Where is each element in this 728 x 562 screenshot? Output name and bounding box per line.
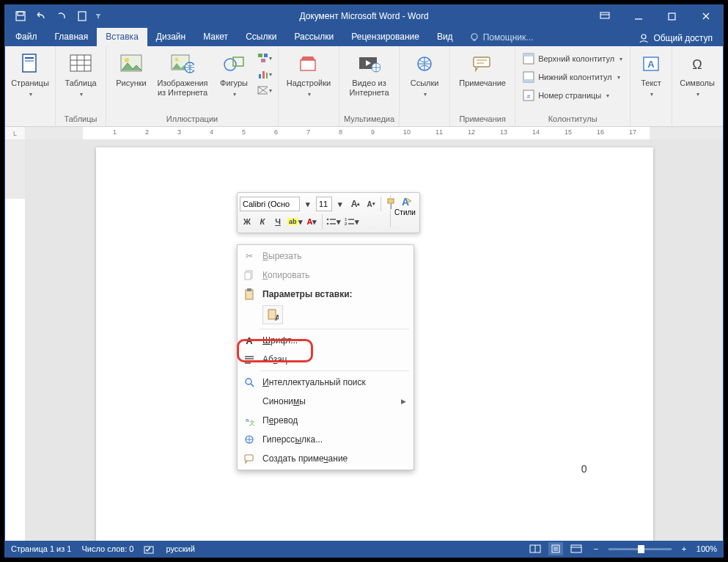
- bullets-button[interactable]: ▾: [325, 214, 342, 229]
- header-icon: [523, 53, 534, 65]
- textbox-icon: A: [639, 52, 663, 76]
- svg-rect-46: [245, 272, 251, 280]
- svg-point-5: [471, 34, 477, 40]
- ruler-horizontal[interactable]: L /*generated nums below*/ 1234567891011…: [5, 127, 723, 140]
- tab-file[interactable]: Файл: [7, 28, 46, 46]
- ctx-new-comment[interactable]: Создать примечание: [238, 449, 413, 468]
- svg-rect-55: [245, 455, 253, 461]
- pictures-button[interactable]: Рисунки: [111, 49, 152, 91]
- comments-caption: Примечания: [459, 113, 506, 125]
- ribbon-tabs: Файл Главная Вставка Дизайн Макет Ссылки…: [5, 27, 723, 46]
- svg-rect-48: [247, 288, 251, 291]
- font-size-field[interactable]: 11: [316, 197, 332, 211]
- save-button[interactable]: [11, 7, 30, 26]
- group-comments: Примечание Примечания: [450, 46, 515, 126]
- share-button[interactable]: Общий доступ: [628, 30, 723, 46]
- ctx-font[interactable]: A Шрифт...: [238, 331, 413, 350]
- ctx-translate[interactable]: a文 Перевод: [238, 411, 413, 430]
- qat-customize[interactable]: [93, 7, 103, 26]
- tab-review[interactable]: Рецензирование: [342, 28, 428, 46]
- styles-button[interactable]: A Стили: [390, 195, 416, 227]
- zoom-out-button[interactable]: −: [589, 542, 603, 555]
- online-pictures-button[interactable]: Изображения из Интернета: [153, 49, 212, 100]
- minimize-button[interactable]: [622, 5, 655, 27]
- highlight-button[interactable]: ab▾: [286, 214, 304, 229]
- ctx-paragraph[interactable]: Абзац...: [238, 350, 413, 369]
- view-read-button[interactable]: [528, 542, 543, 555]
- new-comment-icon: [242, 453, 257, 464]
- screenshot-button[interactable]: [257, 83, 272, 98]
- shrink-font-button[interactable]: A▾: [364, 197, 378, 211]
- symbols-button[interactable]: Ω Символы: [677, 49, 718, 101]
- group-links: Ссылки .: [400, 46, 450, 126]
- italic-button[interactable]: К: [255, 214, 270, 229]
- tab-layout[interactable]: Макет: [194, 28, 237, 46]
- maximize-button[interactable]: [655, 5, 689, 27]
- redo-button[interactable]: [52, 7, 71, 26]
- ctx-synonyms[interactable]: Синонимы ▶: [238, 392, 413, 411]
- header-button[interactable]: Верхний колонтитул▾: [523, 51, 622, 67]
- zoom-in-button[interactable]: +: [677, 542, 691, 555]
- status-language[interactable]: русский: [166, 544, 194, 553]
- ctx-paste-options: A: [238, 304, 413, 327]
- status-spellcheck-icon[interactable]: [144, 544, 155, 554]
- ctx-smart-lookup[interactable]: Интеллектуальный поиск: [238, 373, 413, 392]
- font-family-dd[interactable]: ▾: [301, 197, 315, 211]
- paste-keep-text-button[interactable]: A: [262, 305, 283, 324]
- comment-button[interactable]: Примечание: [455, 49, 510, 91]
- ribbon-options-button[interactable]: [588, 5, 622, 27]
- grow-font-button[interactable]: A▴: [348, 197, 363, 211]
- tab-insert[interactable]: Вставка: [97, 28, 147, 46]
- tab-view[interactable]: Вид: [428, 28, 462, 46]
- close-button[interactable]: [689, 5, 723, 27]
- smartart-button[interactable]: [257, 51, 272, 65]
- group-headerfooter: Верхний колонтитул▾ Нижний колонтитул▾ #…: [515, 46, 630, 126]
- font-color-button[interactable]: A▾: [305, 214, 320, 229]
- zoom-value[interactable]: 100%: [696, 544, 717, 553]
- font-size-value: 11: [319, 200, 328, 208]
- status-words[interactable]: Число слов: 0: [81, 544, 133, 553]
- status-page[interactable]: Страница 1 из 1: [11, 544, 71, 553]
- tab-mailings[interactable]: Рассылки: [285, 28, 342, 46]
- footer-button[interactable]: Нижний колонтитул▾: [523, 69, 622, 85]
- view-print-button[interactable]: [548, 542, 563, 555]
- tell-me[interactable]: Помощник...: [462, 29, 541, 46]
- pages-button[interactable]: Страницы: [10, 49, 51, 101]
- links-button[interactable]: Ссылки: [404, 49, 445, 101]
- shapes-label: Фигуры: [220, 79, 248, 88]
- bold-button[interactable]: Ж: [240, 214, 254, 229]
- tab-design[interactable]: Дизайн: [147, 28, 194, 46]
- tab-home[interactable]: Главная: [46, 28, 98, 46]
- new-doc-button[interactable]: [73, 7, 92, 26]
- textbox-button[interactable]: A Текст: [635, 49, 667, 101]
- table-button[interactable]: Таблица: [60, 49, 101, 101]
- chart-button[interactable]: [257, 67, 272, 81]
- svg-rect-19: [264, 54, 268, 57]
- svg-rect-7: [23, 54, 36, 72]
- window-title: Документ Microsoft Word - Word: [299, 11, 428, 21]
- numbering-button[interactable]: 12▾: [343, 214, 361, 229]
- pagenum-button[interactable]: # Номер страницы▾: [523, 87, 622, 103]
- svg-point-51: [246, 379, 251, 384]
- hyperlink-icon: [242, 434, 257, 445]
- tab-references[interactable]: Ссылки: [237, 28, 285, 46]
- addins-button[interactable]: Надстройки: [283, 49, 334, 101]
- pagenum-label: Номер страницы: [538, 91, 601, 100]
- ctx-hyperlink-label: Гиперссылка...: [262, 434, 323, 445]
- ruler-vertical[interactable]: [5, 140, 26, 541]
- page-content-zero: 0: [581, 463, 587, 475]
- font-family-field[interactable]: Calibri (Осно: [240, 197, 300, 211]
- comment-label: Примечание: [459, 79, 506, 88]
- online-video-button[interactable]: Видео из Интернета: [345, 49, 394, 100]
- font-family-value: Calibri (Осно: [243, 200, 290, 208]
- view-web-button[interactable]: [569, 542, 584, 555]
- omega-icon: Ω: [685, 52, 709, 76]
- ctx-cut-label: Вырезать: [262, 251, 301, 261]
- undo-button[interactable]: [32, 7, 51, 26]
- underline-button[interactable]: Ч: [271, 214, 285, 229]
- font-size-dd[interactable]: ▾: [333, 197, 348, 211]
- shapes-button[interactable]: Фигуры: [213, 49, 254, 101]
- ctx-hyperlink[interactable]: Гиперссылка...: [238, 430, 413, 449]
- ruler-h-track[interactable]: /*generated nums below*/ 123456789101112…: [26, 127, 723, 139]
- zoom-slider[interactable]: [608, 548, 672, 550]
